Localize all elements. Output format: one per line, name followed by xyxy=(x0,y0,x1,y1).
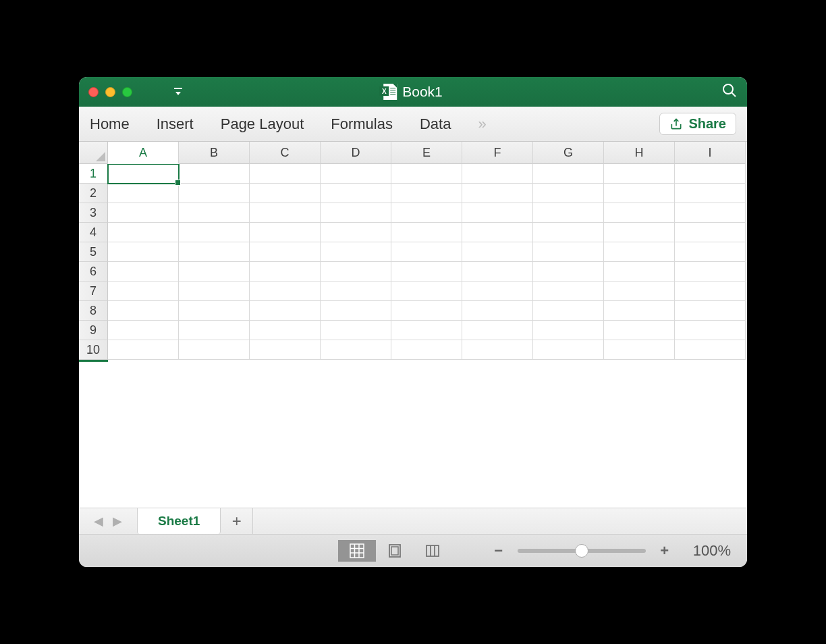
column-header[interactable]: C xyxy=(250,142,321,164)
select-all-corner[interactable] xyxy=(79,142,108,164)
cell[interactable] xyxy=(391,242,462,262)
cell[interactable] xyxy=(108,242,179,262)
cell[interactable] xyxy=(179,321,250,340)
cell[interactable] xyxy=(321,301,391,321)
cell[interactable] xyxy=(675,262,746,281)
cell[interactable] xyxy=(533,203,604,223)
row-header[interactable]: 9 xyxy=(79,321,108,340)
cell[interactable] xyxy=(533,184,604,203)
sheet-next-icon[interactable]: ▶ xyxy=(113,514,122,529)
cell[interactable] xyxy=(250,223,321,242)
row-header[interactable]: 2 xyxy=(79,184,108,203)
cell[interactable] xyxy=(533,242,604,262)
cell[interactable] xyxy=(108,164,179,184)
cell[interactable] xyxy=(179,184,250,203)
grid-body[interactable]: 12345678910 xyxy=(79,164,747,508)
page-layout-view-button[interactable] xyxy=(376,540,414,562)
cell[interactable] xyxy=(179,223,250,242)
cell[interactable] xyxy=(321,340,391,360)
zoom-in-button[interactable]: + xyxy=(658,542,671,560)
cell[interactable] xyxy=(391,321,462,340)
cell[interactable] xyxy=(462,184,533,203)
cell[interactable] xyxy=(462,223,533,242)
cell[interactable] xyxy=(179,242,250,262)
cell[interactable] xyxy=(533,164,604,184)
cell[interactable] xyxy=(321,281,391,301)
page-break-view-button[interactable] xyxy=(414,540,451,562)
cell[interactable] xyxy=(250,301,321,321)
cell[interactable] xyxy=(462,281,533,301)
cell[interactable] xyxy=(604,321,675,340)
minimize-window-button[interactable] xyxy=(105,87,115,97)
column-header[interactable]: B xyxy=(179,142,250,164)
cell[interactable] xyxy=(604,242,675,262)
cell[interactable] xyxy=(604,301,675,321)
cell[interactable] xyxy=(179,262,250,281)
more-tabs-icon[interactable]: » xyxy=(478,115,487,133)
cell[interactable] xyxy=(179,203,250,223)
row-header[interactable]: 7 xyxy=(79,281,108,301)
cell[interactable] xyxy=(321,164,391,184)
cell[interactable] xyxy=(250,242,321,262)
cell[interactable] xyxy=(462,262,533,281)
cell[interactable] xyxy=(604,203,675,223)
cell[interactable] xyxy=(108,281,179,301)
zoom-out-button[interactable]: − xyxy=(492,542,505,560)
tab-insert[interactable]: Insert xyxy=(157,115,194,133)
row-header[interactable]: 4 xyxy=(79,223,108,242)
row-header[interactable]: 10 xyxy=(79,340,108,360)
quick-access-dropdown[interactable] xyxy=(173,87,184,97)
cell[interactable] xyxy=(108,262,179,281)
cell[interactable] xyxy=(321,321,391,340)
cell[interactable] xyxy=(533,321,604,340)
normal-view-button[interactable] xyxy=(338,540,376,562)
cell[interactable] xyxy=(250,262,321,281)
zoom-percent[interactable]: 100% xyxy=(693,542,731,560)
cell[interactable] xyxy=(321,203,391,223)
tab-home[interactable]: Home xyxy=(90,115,130,133)
cell[interactable] xyxy=(391,164,462,184)
column-header[interactable]: G xyxy=(533,142,604,164)
new-sheet-button[interactable]: + xyxy=(221,508,253,534)
cell[interactable] xyxy=(391,340,462,360)
cell[interactable] xyxy=(108,223,179,242)
cell[interactable] xyxy=(391,281,462,301)
cell[interactable] xyxy=(250,321,321,340)
cell[interactable] xyxy=(321,184,391,203)
tab-page-layout[interactable]: Page Layout xyxy=(221,115,304,133)
cell[interactable] xyxy=(675,281,746,301)
cell[interactable] xyxy=(462,321,533,340)
cell[interactable] xyxy=(604,281,675,301)
cell[interactable] xyxy=(675,301,746,321)
cell[interactable] xyxy=(462,340,533,360)
cell[interactable] xyxy=(533,223,604,242)
tab-formulas[interactable]: Formulas xyxy=(331,115,393,133)
cell[interactable] xyxy=(321,262,391,281)
cell[interactable] xyxy=(250,340,321,360)
column-header[interactable]: D xyxy=(321,142,391,164)
sheet-prev-icon[interactable]: ◀ xyxy=(94,514,103,529)
row-header[interactable]: 3 xyxy=(79,203,108,223)
cell[interactable] xyxy=(533,301,604,321)
column-header[interactable]: E xyxy=(391,142,462,164)
cell[interactable] xyxy=(533,340,604,360)
cell[interactable] xyxy=(462,164,533,184)
cell[interactable] xyxy=(675,340,746,360)
maximize-window-button[interactable] xyxy=(122,87,132,97)
cell[interactable] xyxy=(250,184,321,203)
cell[interactable] xyxy=(675,223,746,242)
cell[interactable] xyxy=(675,242,746,262)
cell[interactable] xyxy=(604,340,675,360)
row-header[interactable]: 5 xyxy=(79,242,108,262)
cell[interactable] xyxy=(108,321,179,340)
cell[interactable] xyxy=(462,242,533,262)
column-header[interactable]: F xyxy=(462,142,533,164)
cell[interactable] xyxy=(108,301,179,321)
column-header[interactable]: I xyxy=(675,142,746,164)
cell[interactable] xyxy=(321,242,391,262)
cell[interactable] xyxy=(391,301,462,321)
cell[interactable] xyxy=(321,223,391,242)
cell[interactable] xyxy=(533,262,604,281)
cell[interactable] xyxy=(250,203,321,223)
close-window-button[interactable] xyxy=(88,87,99,97)
